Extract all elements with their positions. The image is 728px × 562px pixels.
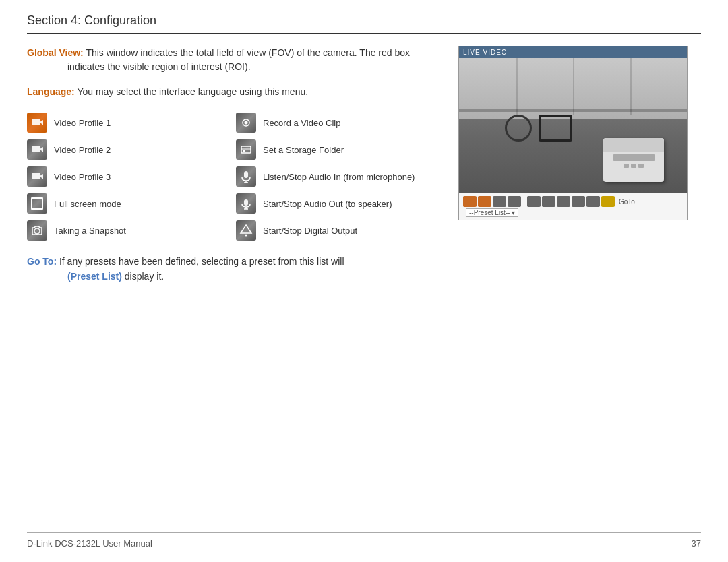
- list-item: Video Profile 3: [27, 166, 236, 187]
- footer-right: 37: [692, 538, 701, 549]
- live-video-toolbar: GoTo --Preset List-- ▾: [459, 193, 687, 220]
- toolbar-preset-select[interactable]: --Preset List-- ▾: [466, 208, 518, 217]
- toolbar-btn-10[interactable]: [601, 196, 615, 207]
- icon-grid: Video Profile 1 Video Profile 2: [27, 113, 445, 241]
- live-video-image: [459, 58, 687, 193]
- audioout-label: Start/Stop Audio Out (to speaker): [263, 199, 392, 209]
- digital-icon: [236, 220, 256, 241]
- list-item: Video Profile 1: [27, 113, 236, 133]
- list-item: Video Profile 2: [27, 139, 236, 160]
- svg-point-7: [34, 228, 40, 234]
- toolbar-btn-2[interactable]: [478, 196, 491, 207]
- list-item: Start/Stop Audio Out (to speaker): [236, 193, 445, 214]
- storage-icon: [236, 139, 256, 160]
- toolbar-btn-4[interactable]: [508, 196, 521, 207]
- svg-marker-5: [40, 174, 43, 179]
- goto-text: If any presets have been defined, select…: [59, 256, 344, 267]
- global-view-label: Global View:: [27, 47, 84, 58]
- live-video-container: Live Video: [458, 46, 701, 532]
- fullscreen-icon: [27, 193, 47, 214]
- svg-point-9: [245, 121, 248, 125]
- list-item: Taking a Snapshot: [27, 220, 236, 241]
- preset-text: display it.: [125, 271, 164, 282]
- wall-line: [516, 58, 518, 115]
- video-profile-1-label: Video Profile 1: [54, 118, 111, 128]
- camera-background: [459, 58, 687, 193]
- cable-coil: [505, 115, 532, 142]
- toolbar-divider: [524, 197, 524, 206]
- svg-rect-13: [244, 171, 248, 178]
- language-block: Language: You may select the interface l…: [27, 85, 445, 99]
- global-view-block: Global View: This window indicates the t…: [27, 46, 445, 74]
- goto-label: Go To:: [27, 256, 57, 267]
- toolbar-btn-3[interactable]: [493, 196, 506, 207]
- svg-marker-19: [241, 225, 251, 233]
- language-label: Language:: [27, 86, 75, 97]
- toolbar-btn-6[interactable]: [542, 196, 555, 207]
- video-profile-2-icon: [27, 139, 47, 160]
- toolbar-preset-label: GoTo: [619, 198, 635, 206]
- icon-column-left: Video Profile 1 Video Profile 2: [27, 113, 236, 241]
- preset-list-label: (Preset List): [67, 271, 122, 282]
- digital-label: Start/Stop Digital Output: [263, 226, 357, 236]
- video-profile-2-label: Video Profile 2: [54, 145, 111, 155]
- audioin-label: Listen/Stop Audio In (from microphone): [263, 172, 415, 182]
- video-profile-3-icon: [27, 166, 47, 187]
- svg-marker-1: [40, 120, 43, 125]
- storage-label: Set a Storage Folder: [263, 145, 344, 155]
- toolbar-btn-9[interactable]: [586, 196, 600, 207]
- fullscreen-label: Full screen mode: [54, 199, 121, 209]
- toolbar-btn-7[interactable]: [557, 196, 570, 207]
- footer-left: D-Link DCS-2132L User Manual: [27, 538, 152, 549]
- global-view-text: This window indicates the total field of…: [67, 47, 410, 72]
- page-footer: D-Link DCS-2132L User Manual 37: [27, 532, 701, 549]
- cable-box: [539, 115, 572, 142]
- record-label: Record a Video Clip: [263, 118, 340, 128]
- list-item: Listen/Stop Audio In (from microphone): [236, 166, 445, 187]
- audioin-icon: [236, 166, 256, 187]
- live-video-header: Live Video: [459, 46, 687, 58]
- wall-line: [573, 58, 574, 115]
- video-profile-3-label: Video Profile 3: [54, 172, 111, 182]
- list-item: Set a Storage Folder: [236, 139, 445, 160]
- svg-rect-0: [32, 119, 40, 125]
- record-icon: [236, 113, 256, 133]
- goto-block: Go To: If any presets have been defined,…: [27, 254, 445, 284]
- svg-rect-12: [243, 150, 245, 152]
- icon-column-right: Record a Video Clip Set a Storage Folder: [236, 113, 445, 241]
- snapshot-label: Taking a Snapshot: [54, 226, 126, 236]
- audioout-icon: [236, 193, 256, 214]
- svg-rect-4: [32, 173, 40, 179]
- toolbar-btn-1[interactable]: [463, 196, 477, 207]
- wall-line: [630, 58, 632, 115]
- svg-rect-6: [32, 198, 42, 209]
- svg-marker-3: [40, 147, 43, 152]
- svg-point-20: [245, 235, 247, 237]
- list-item: Full screen mode: [27, 193, 236, 214]
- section-title: Section 4: Configuration: [27, 13, 701, 28]
- svg-rect-2: [32, 146, 40, 152]
- section-header: Section 4: Configuration: [27, 13, 701, 34]
- list-item: Start/Stop Digital Output: [236, 220, 445, 241]
- toolbar-btn-8[interactable]: [572, 196, 585, 207]
- live-video-panel: Live Video: [458, 46, 688, 220]
- phone-device: [603, 138, 664, 182]
- svg-rect-10: [241, 146, 251, 153]
- snapshot-icon: [27, 220, 47, 241]
- svg-rect-16: [244, 199, 248, 206]
- list-item: Record a Video Clip: [236, 113, 445, 133]
- video-profile-1-icon: [27, 113, 47, 133]
- language-text: You may select the interface language us…: [77, 86, 308, 97]
- toolbar-btn-5[interactable]: [527, 196, 541, 207]
